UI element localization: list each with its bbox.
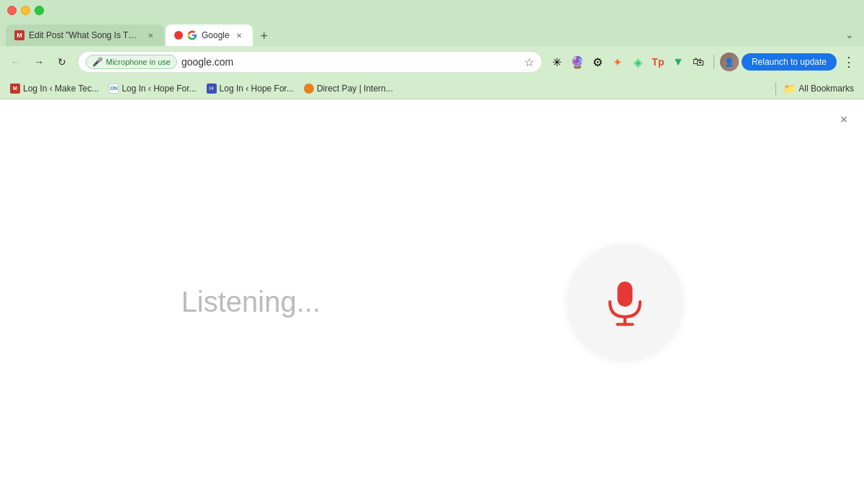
toolbar-extensions: ✳ 🔮 ⚙ ✦ ◈ Tp ▼ 🛍 bbox=[548, 53, 708, 71]
address-bar[interactable]: 🎤 Microphone in use google.com ☆ bbox=[78, 51, 542, 73]
listening-text: Listening... bbox=[181, 286, 320, 318]
back-button[interactable]: ← bbox=[6, 52, 26, 72]
mic-in-use-indicator[interactable]: 🎤 Microphone in use bbox=[86, 55, 177, 69]
close-window-button[interactable] bbox=[7, 6, 17, 15]
toolbar-divider bbox=[714, 55, 714, 69]
extension-6-icon[interactable]: Tp bbox=[649, 53, 667, 71]
tab-list-icon[interactable]: ⌄ bbox=[841, 26, 858, 43]
tab-favicon-google bbox=[187, 30, 197, 40]
relaunch-button[interactable]: Relaunch to update bbox=[742, 53, 837, 71]
tab-recording-indicator bbox=[174, 31, 183, 40]
tab-close-google[interactable]: ✕ bbox=[234, 30, 244, 40]
extension-3-icon[interactable]: ⚙ bbox=[588, 53, 607, 71]
extension-5-icon[interactable]: ◈ bbox=[629, 53, 647, 71]
microphone-large-icon bbox=[600, 276, 650, 327]
bookmark-label-hopefor2: Log In ‹ Hope For... bbox=[220, 84, 294, 94]
titlebar bbox=[0, 0, 864, 20]
tab-google[interactable]: Google ✕ bbox=[166, 24, 253, 46]
bookmark-item-directpay[interactable]: Direct Pay | Intern... bbox=[300, 82, 397, 95]
tabbar: M Edit Post "What Song Is This... ✕ Goog… bbox=[0, 20, 864, 46]
new-tab-button[interactable]: + bbox=[254, 26, 274, 46]
bookmarks-folder-icon: 📁 bbox=[783, 83, 796, 94]
tab-close-edit-post[interactable]: ✕ bbox=[145, 30, 156, 40]
tab-label-edit-post: Edit Post "What Song Is This... bbox=[29, 30, 141, 40]
svg-rect-0 bbox=[618, 282, 633, 307]
extension-4-icon[interactable]: ✦ bbox=[608, 53, 627, 71]
bookmark-label-directpay: Direct Pay | Intern... bbox=[317, 84, 393, 94]
maximize-window-button[interactable] bbox=[35, 6, 44, 15]
microphone-circle[interactable] bbox=[567, 244, 683, 359]
page-content: × Listening... bbox=[0, 99, 864, 504]
bookmark-item-maketecheasier[interactable]: M Log In ‹ Make Tec... bbox=[6, 82, 103, 95]
extension-1-icon[interactable]: ✳ bbox=[548, 53, 567, 71]
chrome-menu-button[interactable]: ⋮ bbox=[840, 53, 858, 71]
all-bookmarks-button[interactable]: 📁 All Bookmarks bbox=[779, 81, 858, 96]
minimize-window-button[interactable] bbox=[21, 6, 30, 15]
omnibar: ← → ↻ 🎤 Microphone in use google.com ☆ ✳… bbox=[0, 46, 864, 78]
tab-list-button[interactable]: ⌄ bbox=[841, 26, 858, 46]
bookmark-item-hopefor2[interactable]: H Log In ‹ Hope For... bbox=[202, 82, 298, 95]
tab-favicon-maketecheasier: M bbox=[14, 30, 24, 40]
bookmark-label-maketecheasier: Log In ‹ Make Tec... bbox=[23, 84, 99, 94]
bookmark-label-hopefor1: Log In ‹ Hope For... bbox=[122, 84, 196, 94]
bookmarks-right: 📁 All Bookmarks bbox=[775, 81, 858, 96]
all-bookmarks-label: All Bookmarks bbox=[798, 84, 854, 94]
bookmark-item-hopefor1[interactable]: ON Log In ‹ Hope For... bbox=[104, 82, 200, 95]
close-dialog-button[interactable]: × bbox=[834, 109, 854, 130]
tab-edit-post[interactable]: M Edit Post "What Song Is This... ✕ bbox=[6, 24, 164, 46]
bookmarks-bar: M Log In ‹ Make Tec... ON Log In ‹ Hope … bbox=[0, 78, 864, 99]
forward-button[interactable]: → bbox=[29, 52, 49, 72]
profile-avatar[interactable]: 👤 bbox=[720, 53, 739, 71]
bookmark-star-button[interactable]: ☆ bbox=[524, 55, 534, 69]
extension-7-icon[interactable]: ▼ bbox=[669, 53, 688, 71]
microphone-icon: 🎤 bbox=[92, 57, 103, 67]
address-text: google.com bbox=[181, 56, 520, 68]
bookmarks-divider bbox=[775, 82, 776, 95]
reload-button[interactable]: ↻ bbox=[52, 52, 72, 72]
mic-indicator-label: Microphone in use bbox=[106, 58, 171, 66]
tab-label-google: Google bbox=[202, 30, 230, 40]
extension-8-icon[interactable]: 🛍 bbox=[689, 53, 708, 71]
extension-2-icon[interactable]: 🔮 bbox=[568, 53, 587, 71]
